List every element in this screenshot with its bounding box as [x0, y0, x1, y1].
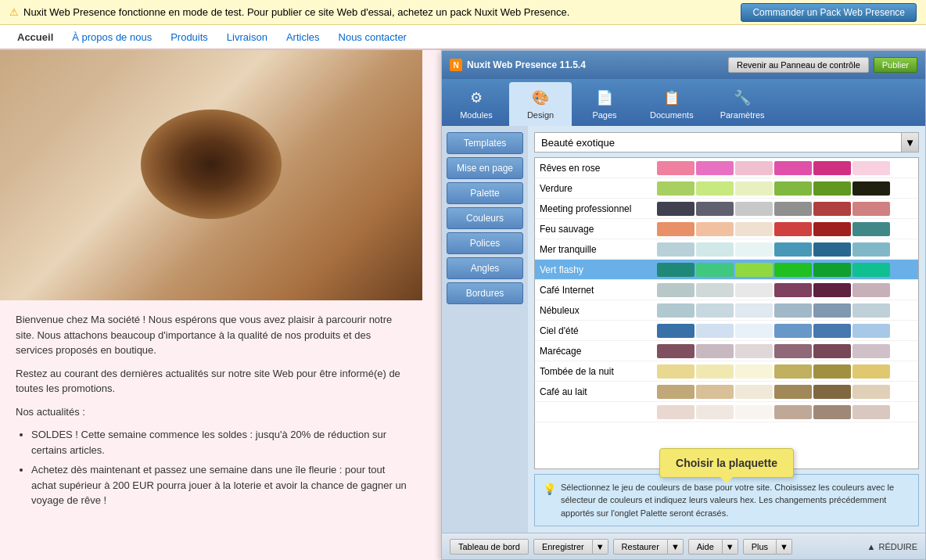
palette-search-input[interactable]	[534, 132, 902, 153]
plus-button[interactable]: Plus	[743, 539, 777, 555]
color-swatch	[774, 364, 812, 379]
palette-item[interactable]: Tombée de la nuit	[535, 361, 918, 382]
sidebar-bordures[interactable]: Bordures	[447, 282, 523, 304]
nav-item-livraison[interactable]: Livraison	[217, 27, 277, 48]
retour-button[interactable]: Revenir au Panneau de contrôle	[728, 57, 869, 73]
color-swatch	[657, 263, 694, 277]
palette-search-wrapper: ▼	[534, 132, 919, 153]
palette-item-colors	[657, 222, 913, 236]
color-swatch	[657, 222, 694, 236]
color-swatch	[774, 161, 812, 175]
palette-item-name: Vert flashy	[540, 264, 657, 275]
warning-bar: ⚠ Nuxit Web Presence fonctionne en mode …	[0, 0, 926, 25]
palette-item[interactable]: Rêves en rose	[535, 158, 918, 178]
palette-item-colors	[657, 324, 913, 338]
reduire-button[interactable]: ▲ RÉDUIRE	[867, 542, 917, 551]
nav-item-produits[interactable]: Produits	[161, 27, 217, 48]
nav-bar: Accueil À propos de nous Produits Livrai…	[0, 25, 926, 50]
aide-button[interactable]: Aide	[688, 539, 723, 555]
sidebar-couleurs[interactable]: Couleurs	[447, 207, 523, 229]
restaurer-button[interactable]: Restaurer	[613, 539, 668, 555]
aide-group: Aide ▼	[688, 539, 738, 555]
palette-item[interactable]: Meeting professionnel	[535, 199, 918, 219]
color-swatch	[852, 263, 890, 277]
enregistrer-dropdown[interactable]: ▼	[593, 539, 608, 555]
publier-button[interactable]: Publier	[874, 57, 917, 73]
nav-item-apropos[interactable]: À propos de nous	[63, 27, 161, 48]
color-swatch	[735, 222, 773, 236]
cms-titlebar: N Nuxit Web Presence 11.5.4 Revenir au P…	[442, 51, 925, 79]
color-swatch	[813, 263, 851, 277]
color-swatch	[696, 324, 734, 338]
color-swatch	[774, 303, 812, 318]
plus-group: Plus ▼	[743, 539, 792, 555]
cms-toolbar: Tableau de bord Enregistrer ▼ Restaurer …	[442, 533, 925, 559]
palette-item-name: Mer tranquille	[540, 244, 657, 255]
color-swatch	[813, 324, 851, 338]
commander-button[interactable]: Commander un Pack Web Presence	[741, 3, 917, 22]
color-swatch	[813, 385, 851, 399]
palette-item-colors	[657, 344, 913, 358]
palette-item[interactable]: Nébuleux	[535, 300, 918, 321]
color-swatch	[774, 283, 812, 297]
design-icon: 🎨	[529, 87, 551, 109]
palette-item-name: Ciel d'été	[540, 325, 657, 336]
palette-item[interactable]	[535, 402, 918, 422]
color-swatch	[735, 181, 773, 196]
palette-item-name: Café au lait	[540, 386, 657, 397]
cms-title-text: Nuxit Web Presence 11.5.4	[467, 59, 586, 70]
enregistrer-button[interactable]: Enregistrer	[533, 539, 593, 555]
nav-item-articles[interactable]: Articles	[277, 27, 329, 48]
color-swatch	[735, 303, 773, 318]
palette-dropdown-arrow[interactable]: ▼	[902, 132, 919, 153]
color-swatch	[852, 283, 890, 297]
palette-item-colors	[657, 405, 913, 419]
tab-documents[interactable]: 📋 Documents	[637, 82, 706, 126]
tab-pages[interactable]: 📄 Pages	[573, 82, 636, 126]
tab-parametres[interactable]: 🔧 Paramètres	[708, 82, 777, 126]
pages-icon: 📄	[594, 87, 616, 109]
tab-modules-label: Modules	[460, 110, 493, 120]
cms-tab-bar: ⚙ Modules 🎨 Design 📄 Pages 📋 Documents 🔧…	[442, 79, 925, 126]
color-swatch	[813, 242, 851, 257]
palette-item-colors	[657, 161, 913, 175]
sidebar-templates[interactable]: Templates	[447, 132, 523, 154]
palette-item[interactable]: Café Internet	[535, 280, 918, 300]
color-swatch	[852, 222, 890, 236]
sidebar-palette[interactable]: Palette	[447, 182, 523, 204]
palette-item-name: Verdure	[540, 183, 657, 194]
palette-item[interactable]: Ciel d'été	[535, 321, 918, 341]
color-swatch	[696, 385, 734, 399]
sidebar-angles[interactable]: Angles	[447, 257, 523, 279]
palette-item[interactable]: Verdure	[535, 178, 918, 199]
color-swatch	[657, 324, 694, 338]
restaurer-dropdown[interactable]: ▼	[668, 539, 684, 555]
palette-item[interactable]: Vert flashy	[535, 260, 918, 280]
nav-item-accueil[interactable]: Accueil	[8, 27, 63, 48]
palette-item[interactable]: Mer tranquille	[535, 239, 918, 260]
sidebar-mise-en-page[interactable]: Mise en page	[447, 157, 523, 179]
color-swatch	[852, 364, 890, 379]
color-swatch	[813, 364, 851, 379]
sidebar-polices[interactable]: Polices	[447, 232, 523, 254]
tableau-bord-button[interactable]: Tableau de bord	[450, 539, 529, 555]
nav-item-contact[interactable]: Nous contacter	[329, 27, 416, 48]
aide-dropdown[interactable]: ▼	[723, 539, 738, 555]
palette-item[interactable]: Feu sauvage	[535, 219, 918, 239]
tab-modules[interactable]: ⚙ Modules	[445, 82, 508, 126]
palette-item-colors	[657, 283, 913, 297]
palette-item[interactable]: Marécage	[535, 341, 918, 361]
cms-panel: N Nuxit Web Presence 11.5.4 Revenir au P…	[441, 50, 926, 560]
palette-item-colors	[657, 385, 913, 399]
palette-item[interactable]: Café au lait	[535, 382, 918, 402]
color-swatch	[696, 364, 734, 379]
color-swatch	[696, 161, 734, 175]
cms-content: Templates Mise en page Palette Couleurs …	[442, 126, 925, 533]
tooltip-box: Choisir la plaquette	[659, 448, 794, 478]
palette-list[interactable]: Rêves en roseVerdureMeeting professionne…	[534, 157, 919, 469]
color-swatch	[696, 263, 734, 277]
tab-design[interactable]: 🎨 Design	[509, 82, 572, 126]
plus-dropdown[interactable]: ▼	[777, 539, 792, 555]
color-swatch	[813, 181, 851, 196]
color-swatch	[774, 405, 812, 419]
